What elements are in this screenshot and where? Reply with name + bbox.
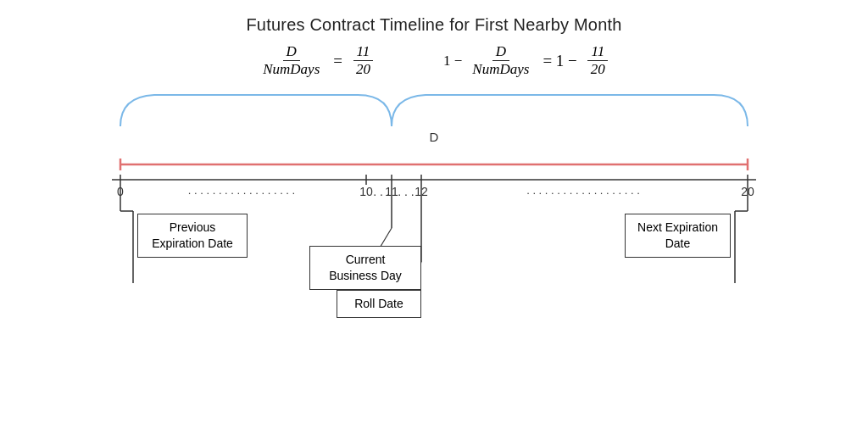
frac-right-den: NumDays [469,61,532,78]
fraction-right: D NumDays [469,43,532,78]
current-business-label: CurrentBusiness Day [329,253,402,282]
roll-date-box: Roll Date [337,290,421,318]
d-label: D [430,130,439,144]
frac-left-den: NumDays [259,61,323,78]
right-brace [392,95,748,126]
main-container: Futures Contract Timeline for First Near… [0,0,868,434]
right-prefix: 1 − [443,53,462,70]
val-left-num: 11 [353,43,374,61]
next-expiration-box: Next ExpirationDate [625,214,731,258]
dots-1: . . . . . . . . . . . . . . . . . . [188,184,295,197]
roll-date-label: Roll Date [354,297,403,310]
formulas-row: D NumDays = 11 20 1 − D NumDays = 1 − 11… [0,43,868,78]
dots-3: . . . [398,185,414,198]
value-right: 11 20 [587,43,609,78]
diagram-area: D 0 . . . . . . . . . . . . . . . . . . … [86,80,782,346]
current-business-box: CurrentBusiness Day [309,246,421,290]
value-left: 11 20 [353,43,374,78]
previous-expiration-label: PreviousExpiration Date [152,220,233,250]
val-right-num: 11 [587,43,608,61]
formula-right: 1 − D NumDays = 1 − 11 20 [443,43,610,78]
val-left-den: 20 [353,61,374,78]
left-brace [120,95,392,126]
frac-left-num: D [283,43,300,61]
previous-expiration-box: PreviousExpiration Date [137,214,248,258]
eq-right: = 1 − [542,52,576,70]
diagram-svg: D 0 . . . . . . . . . . . . . . . . . . … [86,80,782,342]
page-title: Futures Contract Timeline for First Near… [246,15,621,35]
val-right-den: 20 [587,61,609,78]
eq-left: = [333,52,342,70]
dots-4: . . . . . . . . . . . . . . . . . . . [526,184,640,197]
next-expiration-label: Next ExpirationDate [637,220,718,250]
fraction-left: D NumDays [259,43,323,78]
label-10: 10 [359,185,373,198]
frac-right-num: D [492,43,509,61]
formula-left: D NumDays = 11 20 [258,43,376,78]
